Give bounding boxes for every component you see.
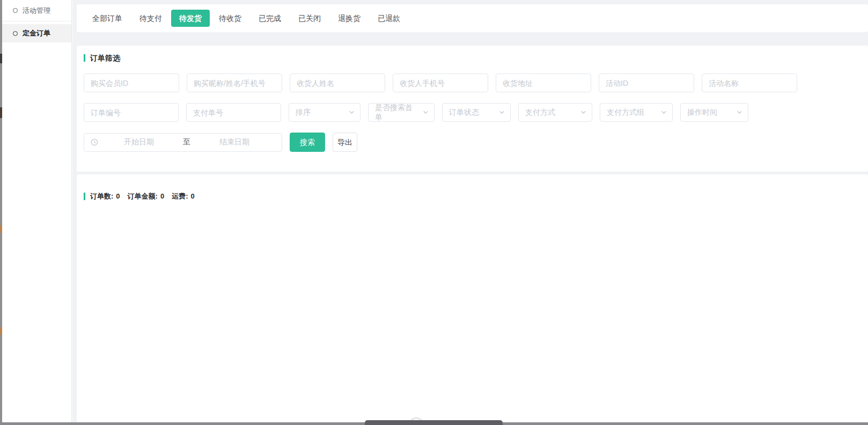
buyer-nickname-name-phone-input[interactable] [187, 74, 282, 92]
chevron-down-icon [661, 109, 667, 115]
main-content: 全部订单 待支付 待发货 待收货 已完成 已关闭 退换货 已退款 订单筛选 排序 [72, 0, 868, 425]
order-count-label: 订单数: [90, 192, 113, 200]
shipping-address-input[interactable] [496, 74, 591, 92]
end-date-placeholder: 结束日期 [194, 137, 275, 147]
chevron-down-icon [580, 109, 586, 115]
payment-number-input[interactable] [186, 103, 281, 122]
tab-closed[interactable]: 已关闭 [290, 10, 329, 26]
date-range-separator: 至 [180, 137, 194, 147]
order-status-tabbar: 全部订单 待支付 待发货 待收货 已完成 已关闭 退换货 已退款 [77, 4, 868, 32]
select-placeholder: 支付方式组 [607, 108, 644, 118]
search-button[interactable]: 搜索 [290, 133, 325, 152]
accent-bar [84, 54, 85, 62]
tab-refunded[interactable]: 已退款 [370, 10, 408, 26]
sort-select[interactable]: 排序 [289, 103, 361, 122]
order-amount-stat: 订单金额:0 [128, 192, 165, 201]
order-results-panel: 订单数:0 订单金额:0 运费:0 [77, 174, 868, 425]
background-window-sliver [0, 0, 2, 425]
filter-section-title: 订单筛选 [84, 53, 860, 63]
shipping-fee-value: 0 [191, 192, 195, 200]
select-placeholder: 是否搜索首单 [375, 103, 418, 122]
select-placeholder: 操作时间 [687, 108, 717, 118]
chevron-down-icon [499, 109, 505, 115]
activity-id-input[interactable] [599, 74, 694, 92]
consignee-name-input[interactable] [290, 74, 385, 92]
sidebar-item-label: 定金订单 [23, 28, 50, 38]
chevron-down-icon [349, 109, 355, 115]
export-button[interactable]: 导出 [333, 133, 357, 152]
order-count-value: 0 [116, 192, 120, 200]
order-status-select[interactable]: 订单状态 [442, 103, 511, 122]
filter-title-text: 订单筛选 [90, 53, 120, 63]
tab-pending-payment[interactable]: 待支付 [131, 10, 170, 26]
tab-returns-exchanges[interactable]: 退换货 [330, 10, 369, 26]
edge-fragment [0, 225, 2, 233]
select-placeholder: 订单状态 [449, 108, 479, 118]
chevron-down-icon [423, 109, 429, 115]
sidebar: 活动管理 定金订单 [2, 0, 72, 425]
sidebar-item-activity-management[interactable]: 活动管理 [2, 0, 71, 21]
chevron-down-icon [737, 109, 742, 115]
operation-time-select[interactable]: 操作时间 [680, 103, 748, 122]
order-number-input[interactable] [84, 103, 179, 122]
shipping-fee-label: 运费: [172, 192, 188, 200]
clock-icon [91, 138, 98, 146]
tab-pending-receipt[interactable]: 待收货 [211, 10, 249, 26]
payment-method-select[interactable]: 支付方式 [518, 103, 592, 122]
shipping-fee-stat: 运费:0 [172, 192, 195, 201]
tab-all-orders[interactable]: 全部订单 [84, 10, 130, 26]
order-amount-value: 0 [160, 192, 164, 200]
tab-completed[interactable]: 已完成 [251, 10, 289, 26]
filter-row-2: 排序 是否搜索首单 订单状态 支付方式 支付方式组 操作时间 [84, 103, 860, 122]
payment-method-group-select[interactable]: 支付方式组 [600, 103, 673, 122]
edge-fragment [0, 107, 2, 118]
edge-fragment [0, 54, 2, 63]
start-date-placeholder: 开始日期 [98, 137, 180, 147]
sidebar-item-deposit-orders[interactable]: 定金订单 [2, 24, 71, 42]
order-amount-label: 订单金额: [128, 192, 158, 200]
select-placeholder: 支付方式 [525, 108, 555, 118]
consignee-phone-input[interactable] [393, 74, 488, 92]
date-range-picker[interactable]: 开始日期 至 结束日期 [84, 133, 282, 152]
circle-bullet-icon [13, 31, 18, 36]
edge-fragment [0, 327, 2, 335]
circle-bullet-icon [13, 8, 18, 13]
select-placeholder: 排序 [296, 108, 311, 118]
order-summary-bar: 订单数:0 订单金额:0 运费:0 [84, 192, 868, 201]
activity-name-input[interactable] [702, 74, 797, 92]
horizontal-scrollbar-thumb[interactable] [365, 420, 503, 425]
first-order-search-select[interactable]: 是否搜索首单 [368, 103, 435, 122]
order-filter-panel: 订单筛选 排序 是否搜索首单 订单状态 [77, 46, 868, 172]
tab-pending-shipment[interactable]: 待发货 [171, 10, 210, 27]
filter-row-1 [84, 74, 860, 92]
buyer-member-id-input[interactable] [84, 74, 179, 92]
filter-row-3: 开始日期 至 结束日期 搜索 导出 [84, 133, 860, 152]
order-count-stat: 订单数:0 [90, 192, 120, 201]
sidebar-item-label: 活动管理 [23, 6, 50, 16]
accent-bar [84, 193, 85, 200]
